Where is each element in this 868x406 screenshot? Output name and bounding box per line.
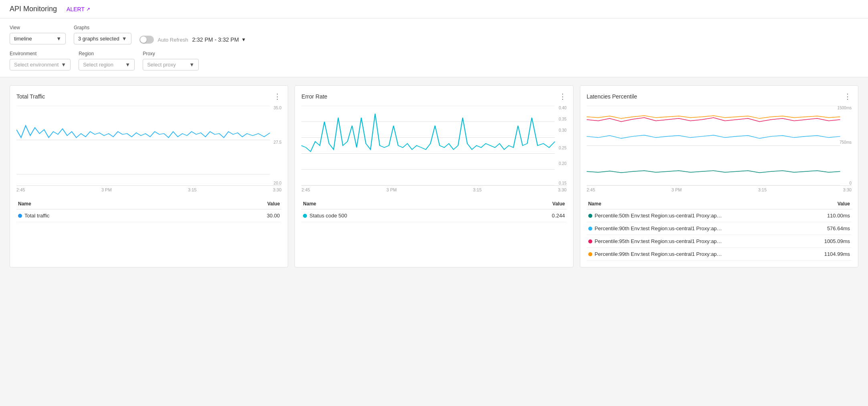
region-arrow-icon: ▼: [125, 62, 130, 68]
error-rate-y-bot: 0.15: [559, 181, 566, 185]
region-label: Region: [79, 51, 135, 56]
error-rate-y-mid2: 0.30: [559, 128, 566, 133]
error-rate-table: Name Value Status code 500 0.244: [301, 199, 566, 222]
environment-label: Environment: [10, 51, 71, 56]
latencies-svg: [587, 106, 852, 185]
latency-90th-dot: [588, 227, 592, 231]
total-traffic-x-labels: 2:45 3 PM 3:15 3:30: [16, 186, 281, 194]
graphs-label: Graphs: [74, 25, 131, 30]
proxy-arrow-icon: ▼: [189, 62, 194, 68]
toolbar-row-2: Environment Select environment ▼ Region …: [10, 51, 858, 70]
auto-refresh-label: Auto Refresh: [158, 37, 188, 43]
latencies-table: Name Value Percentile:50th Env:test Regi…: [587, 199, 852, 261]
charts-container: Total Traffic ⋮ 35.0 27.5 20.0 2:45 3 PM…: [0, 77, 868, 275]
error-rate-header: Error Rate ⋮: [301, 92, 566, 101]
total-traffic-header: Total Traffic ⋮: [16, 92, 281, 101]
latencies-y-bot: 0: [849, 181, 852, 185]
environment-group: Environment Select environment ▼: [10, 51, 71, 70]
environment-select[interactable]: Select environment ▼: [10, 59, 71, 70]
error-rate-y-mid4: 0.20: [559, 161, 566, 166]
latencies-x-labels: 2:45 3 PM 3:15 3:30: [587, 186, 852, 194]
error-rate-menu-icon[interactable]: ⋮: [559, 92, 567, 101]
latency-50th-dot: [588, 214, 592, 218]
total-traffic-col-value: Value: [197, 199, 281, 209]
table-row: Total traffic 30.00: [16, 209, 281, 222]
latencies-title: Latencies Percentile: [587, 93, 637, 100]
latencies-chart-area: 1500ms 750ms 0: [587, 106, 852, 186]
latencies-y-mid: 750ms: [840, 140, 852, 145]
alert-link[interactable]: ALERT: [67, 6, 90, 12]
latencies-card: Latencies Percentile ⋮ 1500ms 750ms 0: [580, 85, 858, 267]
table-row: Status code 500 0.244: [301, 209, 566, 222]
error-rate-chart-area: 0.40 0.35 0.30 0.25 0.20 0.15: [301, 106, 566, 186]
total-traffic-card: Total Traffic ⋮ 35.0 27.5 20.0 2:45 3 PM…: [10, 85, 288, 267]
graphs-select[interactable]: 3 graphs selected ▼: [74, 33, 131, 44]
total-traffic-table: Name Value Total traffic 30.00: [16, 199, 281, 222]
environment-arrow-icon: ▼: [61, 62, 66, 68]
app-title: API Monitoring: [10, 5, 57, 13]
table-row: Percentile:90th Env:test Region:us-centr…: [587, 222, 852, 235]
error-rate-dot: [303, 214, 307, 218]
time-range-picker[interactable]: 2:32 PM - 3:32 PM ▼: [192, 36, 246, 43]
auto-refresh-toggle[interactable]: [139, 36, 154, 44]
total-traffic-col-name: Name: [16, 199, 197, 209]
total-traffic-y-top: 35.0: [274, 106, 281, 110]
total-traffic-title: Total Traffic: [16, 93, 45, 100]
proxy-select[interactable]: Select proxy ▼: [143, 59, 199, 70]
error-rate-y-mid3: 0.25: [559, 146, 566, 150]
error-rate-title: Error Rate: [301, 93, 327, 100]
table-row: Percentile:99th Env:test Region:us-centr…: [587, 248, 852, 261]
total-traffic-chart-area: 35.0 27.5 20.0: [16, 106, 281, 186]
error-rate-x-labels: 2:45 3 PM 3:15 3:30: [301, 186, 566, 194]
latencies-y-top: 1500ms: [837, 106, 852, 110]
view-label: View: [10, 25, 66, 30]
latencies-header: Latencies Percentile ⋮: [587, 92, 852, 101]
region-group: Region Select region ▼: [79, 51, 135, 70]
total-traffic-menu-icon[interactable]: ⋮: [274, 92, 281, 101]
latencies-col-name: Name: [587, 199, 805, 209]
error-rate-y-mid1: 0.35: [559, 117, 566, 121]
error-rate-y-top: 0.40: [559, 106, 566, 110]
table-row: Percentile:50th Env:test Region:us-centr…: [587, 209, 852, 222]
total-traffic-y-mid: 27.5: [274, 140, 281, 145]
total-traffic-y-bot: 20.0: [274, 181, 281, 185]
error-rate-card: Error Rate ⋮ 0.40 0.35 0.30 0.25 0.20 0.…: [295, 85, 573, 267]
graphs-arrow-icon: ▼: [122, 36, 127, 42]
auto-refresh-group: Auto Refresh 2:32 PM - 3:32 PM ▼: [139, 36, 246, 44]
view-select[interactable]: timeline ▼: [10, 33, 66, 44]
latencies-menu-icon[interactable]: ⋮: [844, 92, 852, 101]
table-row: Percentile:95th Env:test Region:us-centr…: [587, 235, 852, 248]
view-arrow-icon: ▼: [56, 36, 61, 42]
error-rate-col-name: Name: [301, 199, 499, 209]
proxy-group: Proxy Select proxy ▼: [143, 51, 199, 70]
latencies-col-value: Value: [805, 199, 852, 209]
total-traffic-dot: [18, 214, 22, 218]
graphs-group: Graphs 3 graphs selected ▼: [74, 25, 131, 44]
toolbar-row-1: View timeline ▼ Graphs 3 graphs selected…: [10, 25, 858, 44]
app-header: API Monitoring ALERT: [0, 0, 868, 18]
view-group: View timeline ▼: [10, 25, 66, 44]
error-rate-svg: [301, 106, 566, 185]
time-range-arrow-icon: ▼: [241, 37, 246, 42]
region-select[interactable]: Select region ▼: [79, 59, 135, 70]
latency-95th-dot: [588, 239, 592, 243]
toolbar: View timeline ▼ Graphs 3 graphs selected…: [0, 18, 868, 77]
proxy-label: Proxy: [143, 51, 199, 56]
total-traffic-svg: [16, 106, 281, 185]
toggle-knob: [140, 36, 147, 43]
error-rate-col-value: Value: [499, 199, 566, 209]
latency-99th-dot: [588, 252, 592, 256]
